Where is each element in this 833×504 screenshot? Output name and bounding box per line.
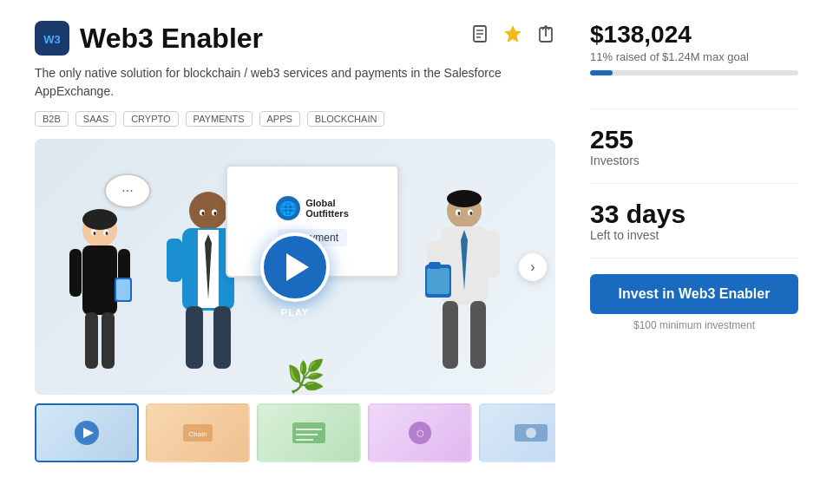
svg-rect-17	[116, 279, 130, 300]
progress-bar-fill	[590, 70, 613, 75]
video-next-arrow[interactable]: ›	[519, 253, 547, 281]
brand-name: GlobalOutfitters	[305, 198, 349, 219]
tag-crypto: CRYPTO	[123, 111, 178, 127]
tag-payments: PAYMENTS	[186, 111, 253, 127]
video-player[interactable]: ···	[35, 139, 555, 395]
svg-rect-13	[102, 312, 115, 369]
svg-rect-39	[470, 301, 486, 369]
svg-point-32	[202, 212, 205, 215]
investors-label: Investors	[590, 154, 798, 167]
thumbnail-1[interactable]	[35, 403, 139, 462]
raised-amount: $138,024	[590, 21, 798, 49]
share-button[interactable]	[536, 24, 555, 43]
svg-text:W3: W3	[43, 33, 61, 46]
document-button[interactable]	[470, 24, 489, 43]
svg-point-21	[106, 232, 108, 235]
svg-rect-26	[186, 306, 203, 369]
thumbnail-3[interactable]	[257, 403, 361, 462]
tag-b2b: B2B	[35, 111, 69, 127]
raised-block: $138,024 11% raised of $1.24M max goal	[590, 21, 798, 109]
svg-point-60	[526, 428, 536, 438]
plant-decoration: 🌿	[286, 358, 325, 395]
stats-panel: $138,024 11% raised of $1.24M max goal 2…	[590, 21, 798, 462]
thumbnail-4[interactable]: ⬡	[368, 403, 472, 462]
play-label: PLAY	[281, 307, 309, 317]
play-button[interactable]: PLAY	[260, 232, 330, 302]
svg-rect-44	[486, 230, 500, 278]
svg-rect-27	[213, 306, 231, 369]
investors-block: 255 Investors	[590, 125, 798, 184]
tags-container: B2B SAAS CRYPTO PAYMENTS APPS BLOCKCHAIN	[35, 111, 555, 127]
svg-rect-11	[82, 245, 117, 315]
svg-text:⬡: ⬡	[416, 429, 424, 438]
chat-bubble: ···	[104, 173, 151, 208]
svg-text:Chain: Chain	[189, 430, 207, 438]
min-invest-text: $100 minimum investment	[590, 319, 798, 331]
thumbnail-2[interactable]: Chain	[146, 403, 250, 462]
investors-count: 255	[590, 125, 798, 154]
svg-rect-29	[167, 239, 182, 282]
app-description: The only native solution for blockchain …	[35, 64, 521, 101]
svg-point-35	[447, 190, 482, 207]
svg-point-20	[94, 232, 96, 235]
tag-saas: SAAS	[75, 111, 116, 127]
play-icon	[286, 253, 309, 281]
svg-point-47	[458, 212, 461, 215]
app-logo: W3	[35, 21, 69, 56]
tag-blockchain: BLOCKCHAIN	[307, 111, 385, 127]
svg-rect-43	[429, 262, 441, 269]
star-button[interactable]	[503, 24, 522, 43]
days-label: Left to invest	[590, 228, 798, 242]
progress-bar	[590, 70, 798, 75]
raised-subtitle: 11% raised of $1.24M max goal	[590, 50, 798, 63]
figure-left	[61, 204, 139, 395]
svg-point-10	[82, 209, 117, 230]
svg-rect-38	[443, 301, 458, 369]
svg-rect-12	[85, 312, 98, 369]
svg-rect-42	[427, 268, 449, 294]
page-title: Web3 Enabler	[80, 23, 263, 55]
thumbnail-strip: Chain ⬡	[35, 403, 555, 462]
figure-right	[425, 187, 503, 395]
globe-icon: 🌐	[276, 196, 300, 220]
days-count: 33 days	[590, 200, 798, 228]
invest-button[interactable]: Invest in Web3 Enabler	[590, 274, 798, 314]
thumbnail-5[interactable]	[479, 403, 555, 462]
days-block: 33 days Left to invest	[590, 200, 798, 259]
svg-point-48	[470, 212, 473, 215]
tag-apps: APPS	[259, 111, 300, 127]
svg-marker-6	[505, 26, 521, 42]
svg-point-33	[214, 212, 217, 215]
svg-rect-14	[69, 249, 82, 297]
svg-point-22	[189, 192, 227, 230]
